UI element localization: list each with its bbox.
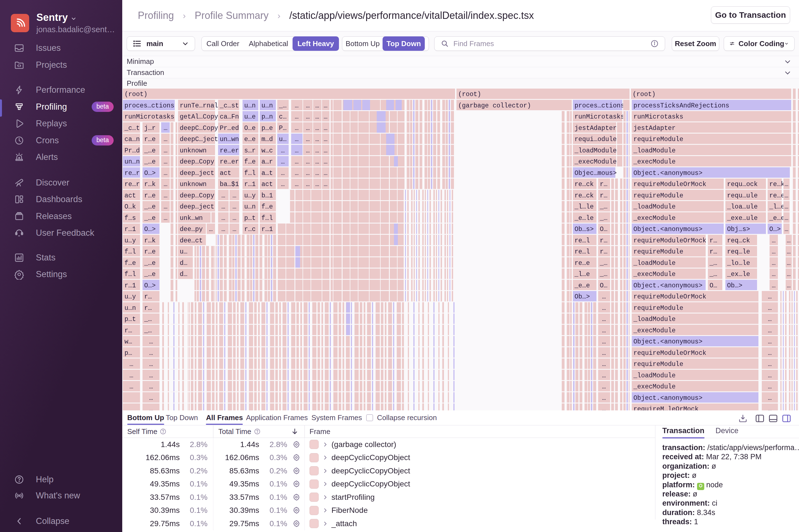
svg-text:…: … [164,181,168,188]
svg-text:u…n: u…n [244,203,256,210]
svg-text:…: … [768,338,772,345]
svg-text:…: … [306,102,310,109]
svg-text:proces…ctions: proces…ctions [125,102,174,109]
svg-text:…: … [315,136,319,143]
svg-text:…: … [149,349,153,357]
svg-text:_…e: _…e [144,271,155,278]
svg-text:r…: r… [709,237,717,244]
svg-text:requ…ock: requ…ock [727,181,758,188]
svg-text:u…n: u…n [244,102,256,109]
svg-text:j…r: j…r [144,125,155,132]
svg-text:_loadModule: _loadModule [633,372,676,379]
svg-text:f…s: f…s [125,215,136,222]
svg-text:…: … [602,293,606,300]
svg-text:…: … [233,215,237,222]
svg-text:…: … [306,181,310,188]
svg-text:deep…Copy: deep…Copy [180,158,214,166]
svg-text:d…: d… [180,260,187,267]
svg-text:…: … [787,282,791,289]
svg-text:…: … [164,147,168,154]
svg-text:…: … [602,327,606,334]
svg-text:ca…Fn: ca…Fn [220,113,239,120]
svg-text:…: … [295,113,299,120]
svg-text:…: … [149,361,153,368]
svg-text:…: … [324,113,328,120]
svg-text:ba…$1: ba…$1 [220,181,239,188]
svg-text:jestAdapter: jestAdapter [575,125,617,132]
svg-text:act: act [125,192,136,200]
svg-text:O…>: O…> [144,282,155,289]
svg-text:_e…e: _e…e [769,215,784,222]
svg-text:runMicrotasks: runMicrotasks [125,113,174,120]
svg-text:Object.<anonymous>: Object.<anonymous> [633,395,702,402]
svg-text:…: … [602,406,606,411]
svg-text:…: … [324,136,328,143]
svg-text:runMicrotasks: runMicrotasks [575,113,624,120]
svg-text:r…e: r…e [144,136,155,143]
svg-text:…: … [602,383,606,391]
svg-text:…: … [784,215,788,222]
svg-text:r…: r… [125,327,132,334]
svg-text:…: … [295,102,299,109]
svg-text:r…1: r…1 [244,181,256,188]
svg-text:…: … [281,158,285,166]
svg-text:…: … [221,226,225,233]
svg-text:…: … [324,170,328,177]
svg-text:_c…st: _c…st [220,102,239,109]
svg-text:…: … [768,316,772,323]
svg-text:…: … [787,271,791,278]
svg-text:a…t: a…t [261,170,273,177]
svg-text:…: … [324,147,328,154]
svg-text:runTe…rnal: runTe…rnal [180,102,218,109]
svg-text:…: … [602,349,606,357]
svg-text:u…y: u…y [125,293,136,300]
svg-text:un…n: un…n [125,158,140,166]
svg-text:deepC…ject: deepC…ject [180,136,218,143]
svg-text:…: … [315,125,319,132]
svg-text:u…y: u…y [244,192,256,200]
svg-text:_loadModule: _loadModule [633,316,676,323]
svg-text:…: … [787,248,791,255]
svg-text:…: … [602,316,606,323]
svg-text:b…1: b…1 [261,192,273,200]
svg-text:…: … [149,383,153,391]
svg-text:O…k: O…k [125,203,136,210]
svg-text:re…r: re…r [125,170,140,177]
svg-text:requireModuleOrMock: requireModuleOrMock [633,181,706,188]
svg-text:…: … [315,147,319,154]
svg-text:c…: c… [279,113,287,120]
svg-text:…: … [602,372,606,379]
svg-text:processTicksAndRejections: processTicksAndRejections [633,102,729,109]
svg-text:m…d: m…d [261,136,273,143]
svg-text:requi…odule: requi…odule [575,136,617,143]
svg-text:r…: r… [600,192,608,200]
svg-text:_…e: _…e [144,147,155,154]
svg-text:…: … [768,349,772,357]
svg-text:…: … [768,293,772,300]
svg-text:…: … [324,125,328,132]
svg-text:re…r: re…r [125,181,140,188]
svg-text:…: … [324,102,328,109]
svg-text:_…e: _…e [144,203,155,210]
svg-text:…: … [129,383,133,391]
svg-text:…: … [768,305,772,312]
svg-text:…: … [768,383,772,391]
svg-text:unk…wn: unk…wn [180,215,203,222]
svg-text:Obj…s>: Obj…s> [727,226,750,233]
svg-text:requireModule: requireModule [633,136,683,143]
svg-text:r…: r… [600,248,608,255]
svg-text:u…n: u…n [261,102,273,109]
svg-text:getAl…Copy: getAl…Copy [180,113,218,120]
svg-text:u…: u… [180,248,187,255]
svg-text:_…: _… [599,260,608,267]
svg-text:s…r: s…r [244,147,256,154]
svg-text:Objec…mous>: Objec…mous> [575,170,617,177]
svg-text:…: … [281,170,285,177]
svg-text:p…t: p…t [244,215,256,222]
svg-text:O…: O… [709,282,717,289]
svg-text:Ob…>: Ob…> [575,293,590,300]
svg-text:Ob…>: Ob…> [727,282,742,289]
svg-text:_loadModule: _loadModule [633,147,676,154]
svg-text:_loadModule: _loadModule [574,147,617,154]
svg-text:proces…ctions: proces…ctions [575,102,624,109]
